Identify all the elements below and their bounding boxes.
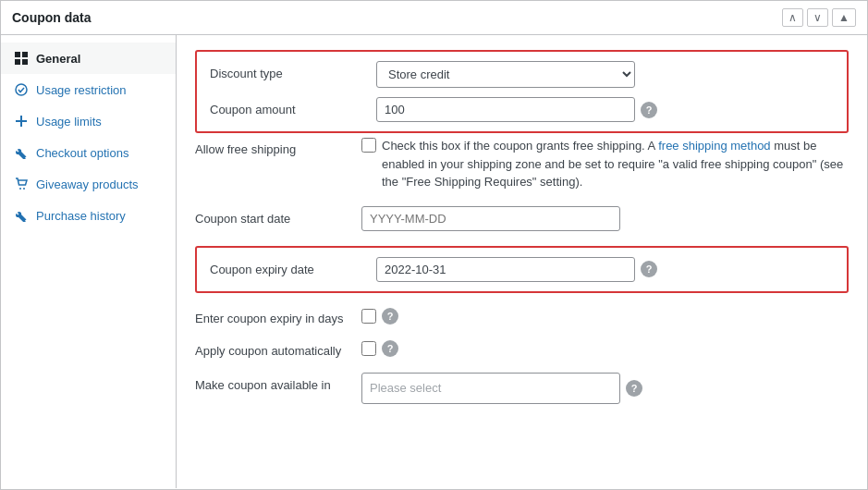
- sidebar-item-usage-limits-label: Usage limits: [36, 115, 102, 129]
- allow-free-shipping-row: Allow free shipping Check this box if th…: [195, 137, 849, 191]
- coupon-expiry-date-input[interactable]: [376, 257, 635, 282]
- allow-free-shipping-checkbox[interactable]: [361, 138, 376, 153]
- circle-check-icon: [14, 82, 29, 97]
- discount-type-row: Discount type Store credit Percentage di…: [210, 61, 834, 88]
- plus-icon: [14, 114, 29, 129]
- apply-coupon-auto-label-text: Apply coupon automatically: [195, 344, 341, 358]
- make-coupon-available-placeholder: Please select: [370, 381, 441, 395]
- coupon-amount-help-icon[interactable]: ?: [641, 102, 657, 118]
- coupon-data-window: Coupon data ∧ ∨ ▲ General: [0, 0, 868, 490]
- discount-section-box: Discount type Store credit Percentage di…: [195, 50, 849, 133]
- grid-icon: [14, 51, 29, 66]
- sidebar-item-checkout-options-label: Checkout options: [36, 146, 128, 160]
- sidebar-item-purchase-history-label: Purchase history: [36, 209, 126, 223]
- apply-coupon-auto-help-icon[interactable]: ?: [382, 340, 398, 357]
- expiry-date-section-box: Coupon expiry date ?: [195, 246, 849, 293]
- sidebar-item-giveaway-products[interactable]: Giveaway products: [1, 168, 176, 200]
- apply-coupon-auto-field: ?: [361, 340, 849, 357]
- coupon-start-date-row: Coupon start date: [195, 206, 849, 231]
- window-down-button[interactable]: ∨: [807, 8, 828, 27]
- coupon-amount-row: Coupon amount ?: [210, 97, 834, 122]
- sidebar-item-purchase-history[interactable]: Purchase history: [1, 200, 176, 231]
- svg-point-4: [16, 84, 27, 95]
- expiry-in-days-help-icon[interactable]: ?: [382, 308, 398, 325]
- coupon-start-date-label: Coupon start date: [195, 206, 361, 226]
- sidebar: General Usage restriction Usage limit: [1, 35, 177, 488]
- make-coupon-available-select[interactable]: Please select: [361, 373, 620, 404]
- window-title: Coupon data: [12, 10, 92, 25]
- coupon-amount-label: Coupon amount: [210, 97, 376, 116]
- cart-icon: [14, 177, 29, 191]
- allow-free-shipping-field: Check this box if the coupon grants free…: [361, 137, 849, 191]
- svg-rect-1: [22, 52, 28, 57]
- apply-coupon-auto-label: Apply coupon automatically: [195, 340, 361, 358]
- svg-rect-0: [15, 52, 20, 57]
- wrench-icon: [14, 145, 29, 160]
- svg-point-7: [19, 188, 21, 190]
- coupon-amount-input[interactable]: [376, 97, 635, 122]
- coupon-expiry-date-row: Coupon expiry date ?: [210, 257, 834, 282]
- make-coupon-available-row: Make coupon available in Please select ?: [195, 373, 849, 404]
- coupon-start-date-input[interactable]: [361, 206, 620, 231]
- sidebar-item-giveaway-products-label: Giveaway products: [36, 178, 139, 191]
- purchase-history-icon: [14, 208, 29, 223]
- make-coupon-available-field: Please select ?: [361, 373, 849, 404]
- make-coupon-available-label: Make coupon available in: [195, 373, 361, 392]
- sidebar-item-usage-restriction-label: Usage restriction: [36, 83, 127, 97]
- allow-free-shipping-desc: Check this box if the coupon grants free…: [382, 137, 849, 191]
- expiry-in-days-row: Enter coupon expiry in days ?: [195, 308, 849, 325]
- window-expand-button[interactable]: ▲: [832, 8, 856, 27]
- coupon-expiry-date-field: ?: [376, 257, 834, 282]
- main-content: Discount type Store credit Percentage di…: [177, 35, 867, 488]
- window-controls: ∧ ∨ ▲: [782, 8, 856, 27]
- main-layout: General Usage restriction Usage limit: [1, 35, 867, 488]
- expiry-in-days-checkbox[interactable]: [361, 309, 376, 324]
- discount-type-field: Store credit Percentage discount Fixed c…: [376, 61, 834, 88]
- coupon-expiry-date-label: Coupon expiry date: [210, 257, 376, 276]
- svg-rect-2: [15, 59, 20, 65]
- coupon-start-date-field: [361, 206, 849, 231]
- window-up-button[interactable]: ∧: [782, 8, 803, 27]
- sidebar-item-usage-restriction[interactable]: Usage restriction: [1, 74, 176, 105]
- svg-rect-3: [22, 59, 28, 65]
- expiry-in-days-field: ?: [361, 308, 849, 325]
- make-coupon-available-help-icon[interactable]: ?: [626, 380, 642, 397]
- window-header: Coupon data ∧ ∨ ▲: [1, 1, 867, 35]
- coupon-expiry-help-icon[interactable]: ?: [641, 261, 657, 277]
- discount-type-label: Discount type: [210, 61, 376, 80]
- expiry-in-days-label: Enter coupon expiry in days: [195, 308, 361, 325]
- allow-free-shipping-label: Allow free shipping: [195, 137, 361, 156]
- sidebar-item-checkout-options[interactable]: Checkout options: [1, 137, 176, 168]
- sidebar-item-general-label: General: [36, 52, 80, 66]
- apply-coupon-auto-checkbox[interactable]: [361, 341, 376, 356]
- apply-coupon-auto-row: Apply coupon automatically ?: [195, 340, 849, 358]
- coupon-amount-field: ?: [376, 97, 834, 122]
- sidebar-item-general[interactable]: General: [1, 43, 176, 74]
- svg-point-8: [23, 188, 25, 190]
- free-shipping-method-link[interactable]: free shipping method: [658, 139, 770, 153]
- expiry-in-days-label-text: Enter coupon expiry in days: [195, 312, 343, 325]
- sidebar-item-usage-limits[interactable]: Usage limits: [1, 105, 176, 137]
- discount-type-select[interactable]: Store credit Percentage discount Fixed c…: [376, 61, 635, 88]
